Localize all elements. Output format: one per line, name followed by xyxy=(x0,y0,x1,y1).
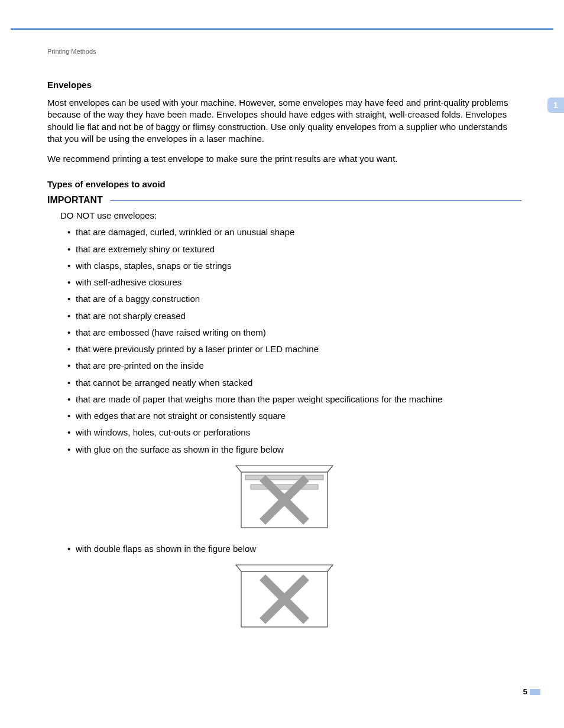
envelopes-paragraph-2: We recommend printing a test envelope to… xyxy=(47,153,521,165)
envelope-figure-glue xyxy=(47,464,521,532)
envelopes-paragraph-1: Most envelopes can be used with your mac… xyxy=(47,97,521,145)
envelope-glue-icon xyxy=(234,464,335,530)
svg-rect-3 xyxy=(251,485,318,489)
avoid-list-item: that are made of paper that weighs more … xyxy=(67,394,521,405)
avoid-intro: DO NOT use envelopes: xyxy=(60,210,521,220)
avoid-list-item: that were previously printed by a laser … xyxy=(67,343,521,355)
chapter-tab: 1 xyxy=(547,98,564,113)
envelope-figure-double-flap xyxy=(47,563,521,632)
avoid-list-2: with double flaps as shown in the figure… xyxy=(67,543,521,555)
avoid-list-1: that are damaged, curled, wrinkled or an… xyxy=(67,226,521,456)
important-label: IMPORTANT xyxy=(47,195,103,206)
chapter-tab-number: 1 xyxy=(553,100,558,110)
avoid-list-item: with self-adhesive closures xyxy=(67,277,521,288)
avoid-list-item: that are pre-printed on the inside xyxy=(67,360,521,372)
avoid-list-item: that are embossed (have raised writing o… xyxy=(67,327,521,339)
avoid-list-item: with edges that are not straight or cons… xyxy=(67,410,521,422)
svg-marker-6 xyxy=(236,565,333,571)
avoid-list-item: that are damaged, curled, wrinkled or an… xyxy=(67,226,521,238)
page-footer: 5 xyxy=(523,687,540,696)
important-row: IMPORTANT xyxy=(47,195,521,206)
svg-marker-0 xyxy=(236,466,333,472)
avoid-list-item: that are extremely shiny or textured xyxy=(67,243,521,255)
avoid-list-item: with windows, holes, cut-outs or perfora… xyxy=(67,427,521,438)
avoid-list-item: that cannot be arranged neatly when stac… xyxy=(67,377,521,389)
page-content: Printing Methods Envelopes Most envelope… xyxy=(0,30,564,632)
svg-rect-2 xyxy=(245,475,323,480)
page-number: 5 xyxy=(523,687,527,696)
breadcrumb: Printing Methods xyxy=(47,48,521,55)
avoid-list-item: that are not sharply creased xyxy=(67,310,521,322)
avoid-heading: Types of envelopes to avoid xyxy=(47,179,521,189)
envelopes-heading: Envelopes xyxy=(47,80,521,90)
avoid-list-item: with clasps, staples, snaps or tie strin… xyxy=(67,260,521,272)
important-divider xyxy=(110,200,521,201)
avoid-list-item: that are of a baggy construction xyxy=(67,293,521,305)
avoid-list-item: with double flaps as shown in the figure… xyxy=(67,543,521,555)
envelope-double-flap-icon xyxy=(234,563,335,629)
page-marker xyxy=(530,689,540,695)
avoid-list-item: with glue on the surface as shown in the… xyxy=(67,444,521,456)
